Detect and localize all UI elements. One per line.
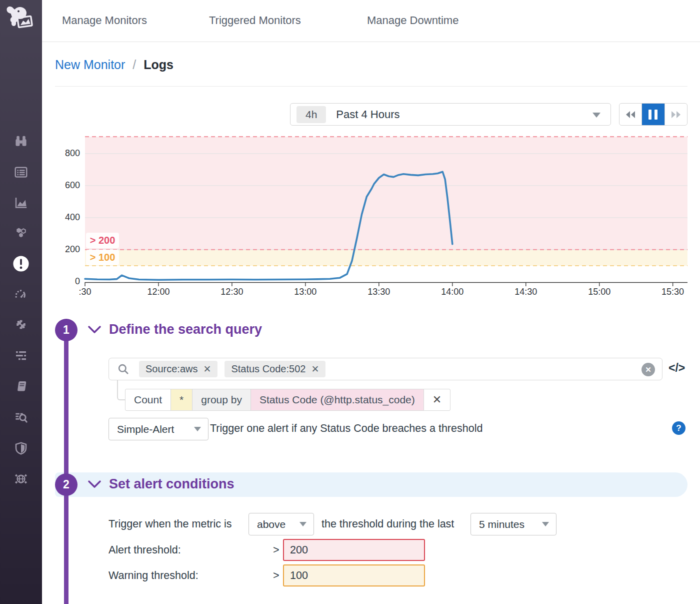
tab-manage-downtime[interactable]: Manage Downtime <box>367 14 458 27</box>
remove-tag-icon[interactable]: ✕ <box>204 363 212 375</box>
filter-tag-status-code[interactable]: Status Code:502 ✕ <box>224 361 326 377</box>
log-search-icon <box>14 410 28 425</box>
trigger-condition-prefix: Trigger when the metric is <box>108 518 232 530</box>
hexagons-icon <box>14 226 28 241</box>
gauge-icon <box>14 287 28 302</box>
page-title: Logs <box>144 58 174 72</box>
x-axis-tick: 13:00 <box>283 287 328 297</box>
log-search-input[interactable]: Source:aws ✕ Status Code:502 ✕ ✕ <box>108 358 662 380</box>
time-window-selected-value: 5 minutes <box>479 518 524 530</box>
chevron-down-icon <box>592 113 600 118</box>
remove-tag-icon[interactable]: ✕ <box>311 363 319 375</box>
sidebar-item-infrastructure[interactable] <box>11 223 31 243</box>
datadog-logo[interactable] <box>5 4 37 38</box>
sidebar-item-pipelines[interactable] <box>11 346 31 366</box>
top-nav: Manage Monitors Triggered Monitors Manag… <box>42 0 700 42</box>
y-axis-tick: 800 <box>48 148 80 159</box>
step-1-badge: 1 <box>55 319 78 341</box>
shield-icon <box>14 441 28 456</box>
sidebar-item-apm[interactable] <box>11 285 31 305</box>
alert-threshold-label: Alert threshold: <box>108 544 181 556</box>
x-axis-tick: 15:30 <box>650 287 696 297</box>
count-selector[interactable]: Count <box>125 389 171 411</box>
sidebar-item-monitors-active[interactable] <box>11 254 31 274</box>
x-axis-tick: :30 <box>62 287 108 297</box>
time-range-badge: 4h <box>296 106 326 123</box>
alert-type-select[interactable]: Simple-Alert <box>108 418 208 440</box>
sidebar-item-security[interactable] <box>11 438 31 458</box>
section-1-title: Define the search query <box>109 322 262 337</box>
collapse-section-2-chevron-icon[interactable] <box>88 480 101 488</box>
tab-manage-monitors[interactable]: Manage Monitors <box>62 14 147 27</box>
clear-search-icon[interactable]: ✕ <box>642 363 655 376</box>
sidebar-item-log-explorer[interactable] <box>11 408 31 428</box>
dashboard-list-icon <box>14 165 28 180</box>
pause-icon <box>648 110 652 120</box>
remove-group-by-icon[interactable]: ✕ <box>424 389 450 411</box>
x-axis-tick: 15:00 <box>577 287 622 297</box>
x-axis-tick: 14:00 <box>430 287 475 297</box>
chevron-down-icon <box>300 522 306 526</box>
area-chart-icon <box>14 195 28 210</box>
search-icon <box>117 363 130 376</box>
sidebar-item-metrics[interactable] <box>11 193 31 213</box>
rewind-button[interactable] <box>620 104 642 125</box>
y-axis-tick: 0 <box>48 276 80 287</box>
divider <box>55 86 688 87</box>
monitor-editor-page: Manage Monitors Triggered Monitors Manag… <box>0 0 700 604</box>
warning-threshold-input[interactable] <box>283 564 425 586</box>
puzzle-piece-icon <box>14 318 28 333</box>
alert-threshold-input[interactable] <box>283 539 425 561</box>
breadcrumb-parent-link[interactable]: New Monitor <box>55 58 125 72</box>
section-2-title: Set alert conditions <box>109 476 234 492</box>
code-editor-toggle-icon[interactable]: </> <box>668 361 685 375</box>
query-branch-connector <box>117 380 125 400</box>
sidebar <box>0 0 42 604</box>
time-window-select[interactable]: 5 minutes <box>470 513 556 535</box>
fast-forward-button[interactable] <box>664 104 687 125</box>
warning-threshold-operator: > <box>273 569 280 582</box>
aggregation-row: Count * group by Status Code (@http.stat… <box>125 389 450 411</box>
tab-triggered-monitors[interactable]: Triggered Monitors <box>209 14 301 27</box>
warning-threshold-label: Warning threshold: <box>108 569 198 582</box>
fast-forward-icon <box>670 111 682 119</box>
sidebar-item-integrations[interactable] <box>11 316 31 336</box>
comparison-select[interactable]: above <box>248 513 314 535</box>
y-axis-tick: 400 <box>48 212 80 223</box>
binoculars-icon <box>14 134 28 149</box>
chevron-down-icon <box>194 427 201 431</box>
help-icon[interactable]: ? <box>672 421 686 435</box>
sidebar-item-notebook[interactable] <box>11 376 31 396</box>
step-2-number: 2 <box>63 478 70 491</box>
chevron-down-icon <box>542 522 549 526</box>
alert-exclamation-icon <box>12 255 30 272</box>
step-connector-line <box>64 330 68 604</box>
filter-tag-source[interactable]: Source:aws ✕ <box>139 361 218 377</box>
y-axis-tick: 200 <box>48 244 80 255</box>
pause-button[interactable] <box>642 104 664 125</box>
x-axis-tick: 12:30 <box>210 287 254 297</box>
filter-tag-status-code-label: Status Code:502 <box>231 363 306 375</box>
time-range-select[interactable]: 4h Past 4 Hours <box>290 103 611 126</box>
monitor-preview-chart[interactable] <box>85 135 688 290</box>
sidebar-item-watchdog[interactable] <box>11 132 31 152</box>
pipeline-bars-icon <box>14 349 28 364</box>
breadcrumb-separator: / <box>128 58 140 72</box>
group-by-value[interactable]: Status Code (@http.status_code) <box>250 389 424 411</box>
count-field-selector[interactable]: * <box>170 389 192 411</box>
collapse-section-1-chevron-icon[interactable] <box>88 326 101 334</box>
sidebar-item-synthetics[interactable] <box>11 469 31 489</box>
x-axis-tick: 14:30 <box>504 287 548 297</box>
playback-controls <box>619 103 688 126</box>
rewind-icon <box>625 111 636 119</box>
alert-threshold-operator: > <box>273 544 280 556</box>
alert-type-selected-value: Simple-Alert <box>117 423 174 435</box>
datadog-dog-icon <box>5 4 37 36</box>
sidebar-item-dashboards[interactable] <box>11 162 31 182</box>
step-2-badge: 2 <box>55 473 78 496</box>
globe-network-icon <box>14 471 28 486</box>
y-axis-tick: 600 <box>48 180 80 191</box>
trigger-condition-middle: the threshold during the last <box>322 518 454 530</box>
breadcrumb: New Monitor / Logs <box>55 58 174 72</box>
chart-canvas <box>85 135 688 290</box>
